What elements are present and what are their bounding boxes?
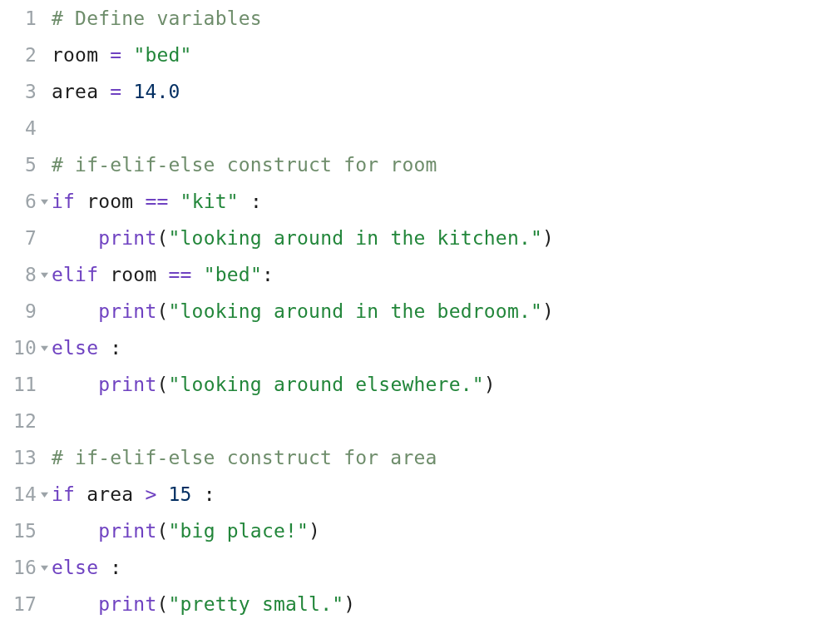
line-number: 17 [0,586,37,622]
token-keyword: else [52,549,98,586]
code-line[interactable]: print("looking around in the kitchen.") [52,220,840,256]
code-line[interactable]: print("pretty small.") [52,586,840,622]
token-default: room [86,183,133,220]
gutter: 1234567891011121314151617 [0,0,38,639]
code-line[interactable]: print("big place!") [52,513,840,549]
token-default [75,183,86,220]
code-line[interactable]: # if-elif-else construct for room [52,146,840,183]
fold-empty [38,37,50,73]
token-paren: ( [156,293,168,329]
token-paren: ( [156,513,168,549]
fold-empty [38,110,50,146]
svg-marker-4 [41,565,48,570]
fold-empty [38,146,50,183]
token-string: "big place!" [169,513,309,549]
token-number: 15 [169,476,192,513]
line-number: 10 [0,329,37,366]
token-default [52,513,98,549]
token-colon: : [110,329,121,366]
token-comment: # if-elif-else construct for room [52,146,437,183]
token-default [133,476,145,513]
token-number: 14.0 [133,73,180,110]
token-builtin: print [98,366,156,403]
fold-empty [38,293,50,329]
fold-empty [38,403,50,439]
fold-toggle-icon[interactable] [38,329,50,366]
token-builtin: print [98,513,156,549]
token-operator: == [145,183,168,220]
token-string: "bed" [133,37,191,73]
line-number: 13 [0,439,37,476]
code-line[interactable]: room = "bed" [52,37,840,73]
token-default: area [52,73,98,110]
code-line[interactable]: area = 14.0 [52,73,840,110]
token-default [192,476,204,513]
code-line[interactable]: elif room == "bed": [52,256,840,293]
line-number: 2 [0,37,37,73]
token-builtin: print [98,293,156,329]
line-number: 4 [0,110,37,146]
code-line[interactable] [52,110,840,146]
code-line[interactable]: if room == "kit" : [52,183,840,220]
svg-marker-2 [41,345,48,350]
token-default: room [110,256,156,293]
token-default [169,183,180,220]
code-area[interactable]: # Define variablesroom = "bed"area = 14.… [50,0,840,639]
token-default [52,366,98,403]
token-default [98,549,110,586]
fold-empty [38,513,50,549]
token-builtin: print [98,586,156,622]
fold-empty [38,586,50,622]
code-line[interactable]: if area > 15 : [52,476,840,513]
code-line[interactable]: else : [52,329,840,366]
token-default [98,37,110,73]
token-default [121,73,133,110]
fold-toggle-icon[interactable] [38,549,50,586]
fold-empty [38,220,50,256]
line-number: 7 [0,220,37,256]
code-line[interactable]: # Define variables [52,0,840,37]
token-default: room [52,37,98,73]
code-line[interactable]: else : [52,549,840,586]
token-default [98,329,110,366]
token-default [75,476,86,513]
line-number: 8 [0,256,37,293]
code-line[interactable]: print("looking around in the bedroom.") [52,293,840,329]
token-paren: ( [156,586,168,622]
svg-marker-3 [41,492,48,497]
token-colon: : [250,183,262,220]
token-paren: ( [156,366,168,403]
token-default [52,586,98,622]
token-keyword: else [52,329,98,366]
fold-toggle-icon[interactable] [38,183,50,220]
code-line[interactable]: # if-elif-else construct for area [52,439,840,476]
token-keyword: if [52,183,75,220]
code-line[interactable] [52,403,840,439]
svg-marker-1 [41,272,48,277]
token-colon: : [110,549,121,586]
token-default [133,183,145,220]
token-keyword: if [52,476,75,513]
token-default [52,293,98,329]
fold-empty [38,0,50,37]
line-number: 16 [0,549,37,586]
token-colon: : [204,476,215,513]
code-line[interactable]: print("looking around elsewhere.") [52,366,840,403]
token-default [156,256,168,293]
token-keyword: elif [52,256,98,293]
token-paren: ) [343,586,355,622]
line-number: 6 [0,183,37,220]
token-comment: # if-elif-else construct for area [52,439,437,476]
token-default [98,256,110,293]
token-paren: ( [156,220,168,256]
token-builtin: print [98,220,156,256]
line-number: 12 [0,403,37,439]
token-operator: == [169,256,192,293]
fold-toggle-icon[interactable] [38,476,50,513]
token-operator: = [110,37,121,73]
token-string: "looking around in the kitchen." [169,220,543,256]
token-default [52,220,98,256]
fold-toggle-icon[interactable] [38,256,50,293]
code-editor[interactable]: 1234567891011121314151617 # Define varia… [0,0,840,639]
token-string: "pretty small." [169,586,344,622]
